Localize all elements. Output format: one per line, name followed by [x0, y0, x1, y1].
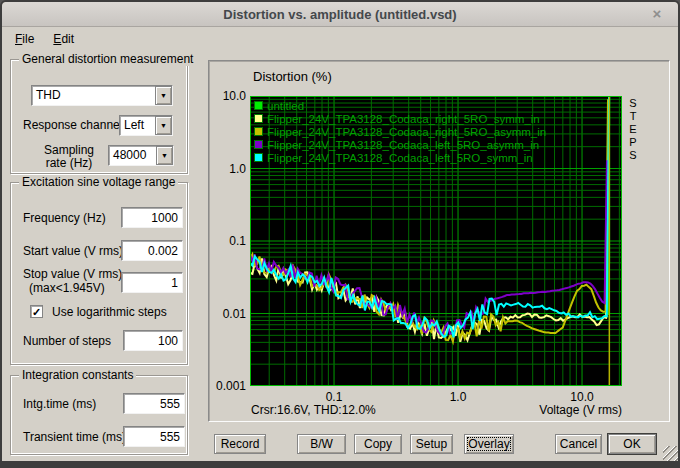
menu-file[interactable]: File — [10, 30, 39, 49]
group-general: General distortion measurement THD ▼ Res… — [10, 59, 188, 174]
legend-item: Flipper_24V_TPA3128_Codaca_right_5RO_asy… — [254, 125, 546, 138]
y-tick-0-001: 0.001 — [209, 379, 246, 393]
response-channel-select[interactable]: Left ▼ — [119, 115, 173, 136]
bw-button[interactable]: B/W — [297, 434, 346, 454]
group-excitation-title: Excitation sine voltage range — [19, 175, 178, 189]
cancel-button[interactable]: Cancel — [555, 434, 602, 454]
measurement-type-value: THD — [32, 86, 155, 105]
steps-axis-label: STEPS — [627, 97, 639, 162]
cursor-readout: Crsr:16.6V, THD:12.0% — [251, 403, 376, 417]
stop-value-label: Stop value (V rms) — [23, 267, 122, 281]
ok-button[interactable]: OK — [608, 434, 656, 454]
group-integration: Integration constants Intg.time (ms) Tra… — [10, 375, 188, 455]
title-bar[interactable]: Distortion vs. amplitude (untitled.vsd) … — [2, 2, 678, 27]
transient-time-label: Transient time (ms) — [23, 430, 126, 444]
intg-time-label: Intg.time (ms) — [23, 397, 96, 411]
x-axis-label: Voltage (V rms) — [462, 403, 622, 417]
chevron-down-icon[interactable]: ▼ — [155, 116, 172, 135]
log-steps-label: Use logarithmic steps — [52, 305, 167, 319]
y-tick-10: 10.0 — [209, 89, 246, 103]
chart-plot[interactable]: untitledFlipper_24V_TPA3128_Codaca_right… — [250, 96, 622, 386]
frequency-input[interactable] — [121, 207, 183, 228]
legend-swatch-icon — [254, 140, 263, 149]
y-tick-0-01: 0.01 — [209, 307, 246, 321]
resize-grip[interactable] — [663, 446, 678, 461]
response-channel-label: Response channel — [23, 118, 122, 132]
legend-item: Flipper_24V_TPA3128_Codaca_left_5RO_asym… — [254, 138, 546, 151]
close-icon[interactable]: × — [648, 5, 666, 23]
x-tick-0-1: 0.1 — [312, 390, 356, 404]
dialog-window: Distortion vs. amplitude (untitled.vsd) … — [0, 0, 680, 468]
start-value-label: Start value (V rms) — [23, 244, 123, 258]
setup-button[interactable]: Setup — [410, 434, 453, 454]
chevron-down-icon[interactable]: ▼ — [155, 86, 172, 105]
chart-title: Distortion (%) — [253, 69, 332, 84]
x-tick-1: 1.0 — [436, 390, 480, 404]
record-button[interactable]: Record — [214, 434, 266, 454]
legend-label: Flipper_24V_TPA3128_Codaca_left_5RO_asym… — [267, 139, 539, 151]
legend-label: Flipper_24V_TPA3128_Codaca_right_5RO_sym… — [267, 113, 540, 125]
group-general-title: General distortion measurement — [19, 52, 196, 66]
legend-label: Flipper_24V_TPA3128_Codaca_left_5RO_symm… — [267, 152, 533, 164]
window-title: Distortion vs. amplitude (untitled.vsd) — [223, 7, 456, 22]
legend-swatch-icon — [254, 127, 263, 136]
response-channel-value: Left — [120, 116, 155, 135]
y-tick-1: 1.0 — [209, 162, 246, 176]
y-tick-0-1: 0.1 — [209, 234, 246, 248]
log-steps-checkbox[interactable]: ✓ — [30, 305, 43, 318]
transient-time-input[interactable] — [123, 426, 185, 447]
copy-button[interactable]: Copy — [354, 434, 402, 454]
chevron-down-icon[interactable]: ▼ — [156, 146, 173, 165]
stop-value-note: (max<1.945V) — [29, 281, 105, 295]
chart-panel: Distortion (%) 10.0 1.0 0.1 0.01 0.001 0… — [208, 60, 670, 422]
legend-label: Flipper_24V_TPA3128_Codaca_right_5RO_asy… — [267, 126, 546, 138]
sampling-rate-select[interactable]: 48000 ▼ — [108, 145, 174, 166]
legend-swatch-icon — [254, 153, 263, 162]
chart-legend: untitledFlipper_24V_TPA3128_Codaca_right… — [254, 99, 546, 164]
frequency-label: Frequency (Hz) — [23, 211, 106, 225]
number-of-steps-label: Number of steps — [23, 334, 111, 348]
menu-edit[interactable]: Edit — [48, 30, 79, 49]
sampling-rate-value: 48000 — [109, 146, 156, 165]
group-excitation: Excitation sine voltage range Frequency … — [10, 182, 188, 365]
legend-label: untitled — [267, 100, 304, 112]
legend-item: untitled — [254, 99, 546, 112]
x-tick-10: 10.0 — [560, 390, 604, 404]
sampling-rate-label: Sampling rate (Hz) — [35, 144, 103, 170]
intg-time-input[interactable] — [123, 393, 185, 414]
menu-bar: File Edit — [4, 30, 79, 49]
stop-value-input[interactable] — [121, 272, 183, 293]
legend-swatch-icon — [254, 101, 263, 110]
measurement-type-select[interactable]: THD ▼ — [31, 85, 173, 106]
start-value-input[interactable] — [121, 240, 183, 261]
group-integration-title: Integration constants — [19, 368, 136, 382]
legend-item: Flipper_24V_TPA3128_Codaca_right_5RO_sym… — [254, 112, 546, 125]
series-Flipper_24V_TPA3128_Codaca_left_5RO_asymm_in — [250, 160, 607, 334]
legend-item: Flipper_24V_TPA3128_Codaca_left_5RO_symm… — [254, 151, 546, 164]
legend-swatch-icon — [254, 114, 263, 123]
overlay-button[interactable]: Overlay — [464, 434, 514, 454]
number-of-steps-input[interactable] — [123, 330, 183, 351]
